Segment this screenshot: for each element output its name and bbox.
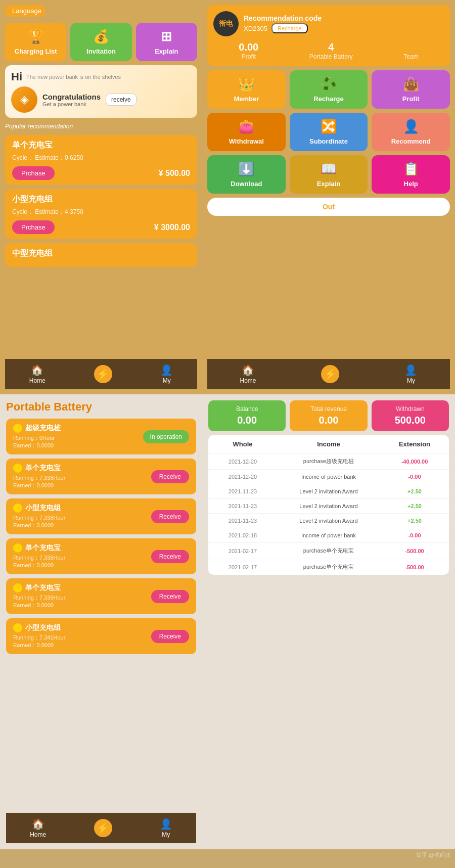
recommend-menu[interactable]: 👤 Recommend: [372, 113, 450, 151]
battery-action-btn-0[interactable]: In operation: [143, 430, 189, 443]
team-value: [403, 41, 418, 53]
purchase-btn-1[interactable]: Prchase: [12, 166, 55, 180]
product-info-1: Cycle： Estimate：0.6250: [12, 154, 190, 162]
product-card-1: 单个充电宝 Cycle： Estimate：0.6250 Prchase ¥ 5…: [5, 135, 197, 185]
battery-dot-icon-4: ⚡: [13, 583, 22, 592]
battery-info-3: ⚡ 单个充电宝Running：7,338HourEarned：0.0000: [13, 543, 151, 569]
subordinate-menu[interactable]: 🔀 Subordinate: [290, 113, 368, 151]
home-label-tl: Home: [29, 377, 46, 384]
subordinate-label: Subordinate: [309, 138, 348, 145]
profit-menu[interactable]: 👜 Profit: [372, 70, 450, 109]
member-label: Member: [234, 95, 259, 103]
home-nav-top-left[interactable]: 🏠 Home: [29, 364, 46, 384]
my-label-tr: My: [407, 377, 415, 384]
profit-value: 0.00: [239, 41, 258, 53]
popular-label: Popular recommendation: [5, 122, 197, 131]
hi-banner: Hi The new power bank is on the shelves …: [5, 65, 197, 118]
hi-text: Hi: [11, 70, 22, 83]
tx-amount-4: +2.50: [380, 514, 449, 528]
out-button[interactable]: Out: [207, 198, 450, 216]
my-icon-tl: 👤: [160, 364, 173, 376]
balance-value-2: 500.00: [376, 415, 445, 426]
help-menu[interactable]: 📋 Help: [372, 155, 450, 194]
battery-detail-2: Running：7,338HourEarned：0.0000: [13, 514, 151, 529]
battery-name-4: ⚡ 单个充电宝: [13, 583, 151, 592]
my-nav-bl[interactable]: 👤 My: [160, 818, 172, 838]
bottom-nav-top-right: 🏠 Home ⚡ 👤 My: [207, 359, 450, 389]
battery-action-btn-3[interactable]: Receive: [151, 550, 189, 563]
battery-name-1: ⚡ 单个充电宝: [13, 464, 151, 473]
balance-card-0: Balance0.00: [208, 400, 286, 431]
battery-info-0: ⚡ 超级充电桩Running：0HourEarned：0.0000: [13, 424, 143, 449]
product-title-2: 小型充电组: [12, 194, 190, 205]
invitation-card[interactable]: 💰 Invitation: [70, 23, 131, 61]
battery-item-3: ⚡ 单个充电宝Running：7,338HourEarned：0.0000Rec…: [6, 538, 196, 574]
battery-name-3: ⚡ 单个充电宝: [13, 543, 151, 553]
balance-label-2: Withdrawn: [376, 405, 445, 413]
home-label-bl: Home: [30, 831, 46, 838]
congrats-text: Congratulations: [42, 93, 101, 101]
charging-list-card[interactable]: 🏆 Charging List: [5, 23, 66, 61]
tx-rows: 2021-12-20purchase超级充电桩-40,000.002021-12…: [208, 453, 449, 575]
battery-action-btn-4[interactable]: Receive: [151, 590, 189, 603]
battery-action-btn-2[interactable]: Receive: [151, 510, 189, 523]
battery-item-0: ⚡ 超级充电桩Running：0HourEarned：0.0000In oper…: [6, 419, 196, 454]
tx-amount-1: -0.00: [380, 470, 449, 484]
money-icon: 💰: [93, 29, 109, 44]
my-nav-tr[interactable]: 👤 My: [404, 364, 417, 384]
balance-card-2: Withdrawn500.00: [372, 400, 449, 431]
recharge-label: Recharge: [313, 95, 343, 103]
balance-label-0: Balance: [212, 405, 282, 413]
receive-button[interactable]: receive: [106, 94, 136, 106]
lightning-icon-tr: ⚡: [321, 365, 339, 383]
battery-value: 4: [309, 41, 353, 53]
explain-label: Explain: [155, 48, 178, 55]
battery-name-0: ⚡ 超级充电桩: [13, 424, 143, 433]
home-nav-bl[interactable]: 🏠 Home: [30, 818, 46, 838]
lightning-icon-tl: ⚡: [94, 365, 112, 383]
tx-income-4: Level 2 invitation Award: [277, 514, 380, 528]
wallet-icon: 👛: [238, 119, 254, 134]
language-button[interactable]: Language: [5, 5, 46, 17]
lightning-nav-tr[interactable]: ⚡: [321, 365, 339, 383]
tx-row-2: 2021-11-23Level 2 invitation Award+2.50: [208, 484, 449, 499]
bag-icon: 👜: [403, 76, 419, 92]
home-label-tr: Home: [240, 377, 256, 384]
product-title-1: 单个充电宝: [12, 140, 190, 151]
purchase-btn-2[interactable]: Prchase: [12, 220, 55, 234]
member-menu[interactable]: 👑 Member: [207, 70, 286, 109]
trophy-icon: 🏆: [28, 29, 44, 44]
battery-dot-icon-3: ⚡: [13, 543, 22, 553]
battery-action-btn-1[interactable]: Receive: [151, 470, 189, 483]
battery-label: Portable Battery: [309, 53, 353, 60]
home-nav-tr[interactable]: 🏠 Home: [240, 364, 256, 384]
tx-date-6: 2021-02-17: [208, 544, 277, 558]
product-footer-2: Prchase ¥ 3000.00: [12, 220, 190, 234]
profile-card: 衔电 Recommendation code XD2305 Recharge 0…: [207, 5, 450, 66]
recharge-menu[interactable]: ♻️ Recharge: [290, 70, 368, 109]
recharge-tag-button[interactable]: Recharge: [271, 23, 308, 33]
explain-menu[interactable]: 📖 Explain: [290, 155, 368, 194]
col-income: Income: [277, 435, 380, 453]
tx-amount-0: -40,000.00: [380, 454, 449, 469]
my-nav-top-left[interactable]: 👤 My: [160, 364, 173, 384]
my-icon-tr: 👤: [404, 364, 417, 376]
battery-detail-1: Running：7,338HourEarned：0.0000: [13, 474, 151, 489]
lightning-nav-bl[interactable]: ⚡: [94, 819, 112, 837]
tx-date-7: 2021-02-17: [208, 560, 277, 574]
explain-card[interactable]: ⊞ Explain: [136, 23, 197, 61]
download-menu[interactable]: ⬇️ Download: [207, 155, 286, 194]
profile-top: 衔电 Recommendation code XD2305 Recharge: [213, 11, 444, 36]
tx-row-3: 2021-11-23Level 2 invitation Award+2.50: [208, 499, 449, 514]
battery-info-5: ⚡ 小型充电组Running：7,341HourEarned：0.0000: [13, 623, 151, 649]
home-icon-tr: 🏠: [242, 364, 254, 376]
battery-item-1: ⚡ 单个充电宝Running：7,338HourEarned：0.0000Rec…: [6, 459, 196, 494]
portable-title: Portable Battery: [6, 400, 196, 414]
tx-row-1: 2021-12-20Income of power bank-0.00: [208, 470, 449, 484]
withdrawal-menu[interactable]: 👛 Withdrawal: [207, 113, 286, 151]
home-icon-tl: 🏠: [31, 364, 43, 376]
lightning-nav-top-left[interactable]: ⚡: [94, 365, 112, 383]
battery-action-btn-5[interactable]: Receive: [151, 630, 189, 643]
tx-amount-5: -0.00: [380, 528, 449, 542]
tx-income-7: purchase单个充电宝: [277, 559, 380, 575]
